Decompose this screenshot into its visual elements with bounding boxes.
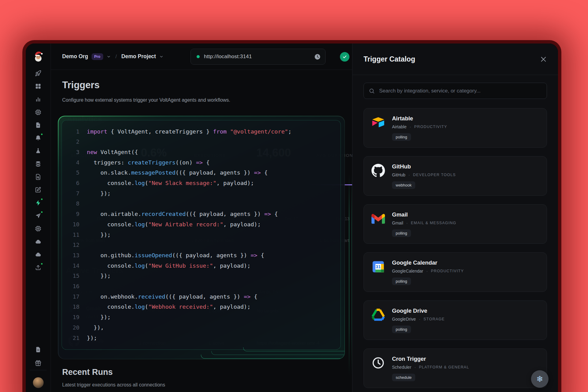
sidebar-item-flask[interactable]: [32, 145, 45, 157]
code-token: "Webhook received:": [148, 302, 213, 312]
sidebar-item-edit[interactable]: [32, 183, 45, 196]
integration-name: Google Drive: [392, 307, 445, 314]
code-line: 11 });: [69, 230, 341, 240]
sidebar-item-file-search[interactable]: [32, 170, 45, 183]
sidebar-item-zap[interactable]: [32, 196, 45, 209]
sidebar-item-send[interactable]: [32, 209, 45, 222]
integration-meta: Scheduler·PLATFORM & GENERAL: [392, 364, 469, 370]
catalog-card-airtable[interactable]: AirtableAirtable·PRODUCTIVITYpolling: [364, 108, 547, 148]
code-line: 15 });: [69, 271, 341, 281]
sidebar-item-file-text[interactable]: [32, 119, 45, 131]
catalog-card-github[interactable]: GitHubGitHub·DEVELOPER TOOLSwebhook: [364, 156, 547, 196]
gdrive-icon: [371, 308, 385, 322]
code-token: , payload);: [213, 302, 251, 312]
code-token: [227, 126, 230, 137]
code-token: (: [145, 302, 148, 312]
page-content: AnalyticsSUCCESS RATE0.6%EXECUTIONS14,60…: [51, 70, 352, 392]
catalog-list: AirtableAirtable·PRODUCTIVITYpollingGitH…: [364, 108, 547, 388]
code-token: (({ payload, agents }): [165, 292, 244, 302]
sidebar-item-rocket[interactable]: [32, 67, 45, 80]
code-token: =>: [254, 168, 261, 178]
integration-name: Airtable: [392, 115, 447, 122]
sidebar-item-file[interactable]: [32, 343, 45, 356]
code-token: new: [87, 147, 97, 157]
integration-category: PRODUCTIVITY: [414, 125, 447, 129]
breadcrumb-org[interactable]: Demo Org: [62, 53, 88, 60]
chevron-down-icon[interactable]: [159, 55, 164, 59]
code-line: 18 console.log("Webhook received:", payl…: [69, 302, 341, 312]
sidebar-item-upload[interactable]: [32, 261, 45, 274]
sidebar-item-grid[interactable]: [32, 80, 45, 92]
code-token: (: [145, 178, 148, 188]
code-token: messagePosted: [131, 168, 175, 178]
recent-runs-title: Recent Runs: [62, 368, 113, 377]
url-bar[interactable]: http://localhost:3141: [190, 49, 326, 65]
code-token: {: [261, 168, 268, 178]
trigger-type-badge: polling: [392, 229, 411, 237]
user-avatar[interactable]: [33, 377, 43, 388]
cronclock-icon: [371, 356, 385, 370]
close-icon[interactable]: [540, 56, 547, 63]
line-number: 6: [69, 178, 80, 188]
line-number: 19: [69, 312, 80, 322]
sidebar-item-cloud[interactable]: [32, 235, 45, 248]
snowflake-icon: ❄: [536, 374, 543, 384]
history-clock-icon[interactable]: [314, 54, 321, 60]
code-token: =>: [196, 157, 203, 168]
catalog-card-google-calendar[interactable]: 31Google CalendarGoogleCalendar·PRODUCTI…: [364, 252, 547, 292]
integration-category: EMAIL & MESSAGING: [411, 221, 456, 225]
breadcrumb-project[interactable]: Demo Project: [121, 53, 156, 60]
code-token: , payload);: [217, 178, 254, 188]
code-token: "New Airtable record:": [148, 219, 223, 230]
search-input[interactable]: [379, 88, 542, 94]
code-token: VoltAgent({: [97, 147, 138, 157]
sidebar-nav: [32, 67, 45, 274]
code-token: }),: [87, 322, 104, 333]
sidebar-item-database[interactable]: [32, 157, 45, 170]
code-line: 1import { VoltAgent, createTriggers } fr…: [69, 126, 341, 137]
snowflake-button[interactable]: ❄: [531, 370, 548, 388]
panel-title: Trigger Catalog: [364, 55, 415, 63]
line-number: 16: [69, 281, 80, 292]
notification-dot: [40, 211, 43, 213]
trigger-catalog-panel: Trigger Catalog AirtableAirtable·PRODUCT…: [352, 43, 558, 392]
code-token: log: [134, 261, 145, 271]
sidebar-divider: [30, 370, 47, 370]
line-number: 17: [69, 292, 80, 302]
catalog-card-gmail[interactable]: GmailGmail·EMAIL & MESSAGINGpolling: [364, 204, 547, 244]
code-token: "New GitHub issue:": [148, 261, 213, 271]
code-line: 17 on.webhook.received(({ payload, agent…: [69, 292, 341, 302]
sidebar-item-bar-chart[interactable]: [32, 93, 45, 106]
integration-service: Gmail: [392, 221, 403, 225]
code-token: "@voltagent/core": [230, 126, 288, 137]
meta-separator: ·: [426, 268, 428, 273]
integration-name: Google Calendar: [392, 259, 464, 266]
code-token: createTriggers: [128, 157, 175, 168]
line-number: 13: [69, 250, 80, 261]
santa-logo-icon[interactable]: [33, 50, 44, 62]
sidebar-item-gift[interactable]: [32, 356, 45, 369]
sidebar-item-cpu[interactable]: [32, 106, 45, 119]
code-token: triggers:: [87, 157, 128, 168]
code-token: recordCreated: [141, 209, 186, 219]
status-check-icon: [340, 52, 349, 62]
catalog-search[interactable]: [364, 83, 547, 99]
sidebar-item-bell[interactable]: [32, 131, 45, 144]
line-number: 8: [69, 198, 80, 209]
meta-separator: ·: [419, 316, 420, 322]
meta-separator: ·: [409, 172, 410, 177]
sidebar-item-cpu[interactable]: [32, 222, 45, 235]
code-token: {: [203, 157, 209, 168]
catalog-card-google-drive[interactable]: Google DriveGoogleDrive·STORAGEpolling: [364, 300, 547, 340]
code-token: });: [87, 188, 111, 199]
integration-service: GitHub: [392, 172, 405, 177]
line-number: 14: [69, 261, 80, 271]
code-card-edge-glow: [351, 174, 352, 376]
chevron-down-icon[interactable]: [107, 55, 111, 59]
code-token: =>: [264, 209, 271, 219]
code-token: {: [271, 209, 278, 219]
code-token: import: [87, 126, 107, 137]
sidebar-item-cloud[interactable]: [32, 248, 45, 261]
panel-header: Trigger Catalog: [352, 43, 558, 75]
catalog-card-cron-trigger[interactable]: Cron TriggerScheduler·PLATFORM & GENERAL…: [364, 349, 547, 388]
